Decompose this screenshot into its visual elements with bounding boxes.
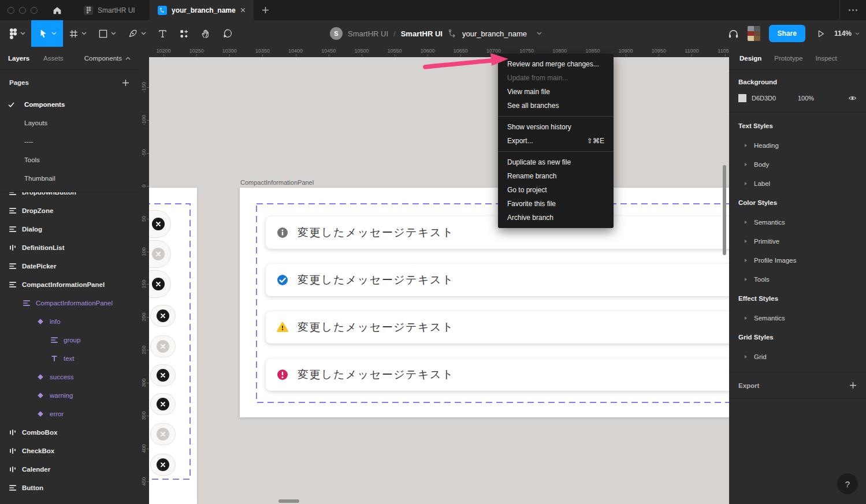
- compact-information-panel-frame[interactable]: 変更したメッセージテキスト 変更したメッセージテキスト 変更したメッセージテキス…: [240, 188, 729, 417]
- tab-design[interactable]: Design: [739, 55, 761, 62]
- home-button[interactable]: [47, 0, 68, 20]
- add-export-button[interactable]: [849, 382, 857, 389]
- window-tab[interactable]: your_branch_name: [150, 0, 254, 20]
- layer-row[interactable]: Dialog: [0, 220, 139, 238]
- menu-item[interactable]: See all branches: [498, 99, 614, 113]
- ruler-label: 450: [141, 477, 147, 486]
- pen-tool-button[interactable]: [122, 20, 152, 47]
- add-page-button[interactable]: [122, 79, 129, 87]
- tab-inspect[interactable]: Inspect: [816, 55, 837, 62]
- frame-tool-button[interactable]: [63, 20, 92, 47]
- page-row[interactable]: Tools: [0, 151, 139, 169]
- window-minimize-button[interactable]: [19, 7, 26, 14]
- breadcrumb-file[interactable]: SmartHR UI: [401, 29, 443, 38]
- style-item[interactable]: Semantics: [729, 308, 866, 327]
- background-color-row[interactable]: D6D3D0 100%: [738, 94, 857, 102]
- comment-tool-button[interactable]: [217, 20, 239, 47]
- menu-item[interactable]: Show version history: [498, 120, 614, 134]
- layer-row[interactable]: DatePicker: [0, 257, 139, 275]
- style-item[interactable]: Grid: [729, 347, 866, 366]
- menu-item[interactable]: Duplicate as new file: [498, 155, 614, 169]
- background-opacity-value[interactable]: 100%: [798, 95, 814, 102]
- close-pill-button[interactable]: [150, 305, 176, 327]
- tab-prototype[interactable]: Prototype: [774, 55, 802, 62]
- close-pill-button[interactable]: [150, 393, 176, 415]
- layer-row[interactable]: text: [0, 349, 139, 368]
- style-item[interactable]: Label: [729, 174, 866, 193]
- menu-item[interactable]: Go to project: [498, 183, 614, 197]
- window-overflow-button[interactable]: [839, 0, 866, 20]
- menu-item[interactable]: Archive branch: [498, 211, 614, 225]
- style-item[interactable]: Primitive: [729, 232, 866, 251]
- window-fullscreen-button[interactable]: [31, 7, 38, 14]
- menu-item[interactable]: Export... ⇧⌘E: [498, 134, 614, 148]
- chevron-up-icon: [125, 57, 131, 60]
- hand-tool-button[interactable]: [195, 20, 217, 47]
- layer-row[interactable]: CompactInformationPanel: [0, 275, 139, 294]
- frame-title[interactable]: CompactInformationPanel: [240, 179, 314, 186]
- breadcrumb-branch[interactable]: your_branch_name: [462, 29, 527, 38]
- tab-assets[interactable]: Assets: [43, 55, 64, 62]
- color-swatch[interactable]: [738, 94, 746, 102]
- layer-row[interactable]: DropZone: [0, 201, 139, 220]
- user-avatar[interactable]: [748, 26, 760, 41]
- close-icon: [157, 428, 169, 440]
- layer-row[interactable]: success: [0, 368, 139, 386]
- close-pill-button[interactable]: [150, 454, 176, 476]
- layer-row[interactable]: group: [0, 331, 139, 349]
- menu-item[interactable]: View main file: [498, 85, 614, 99]
- component-tool-button[interactable]: [173, 20, 195, 47]
- partial-frame[interactable]: [149, 188, 197, 504]
- layer-label: info: [50, 318, 61, 325]
- window-close-button[interactable]: [8, 7, 14, 14]
- canvas[interactable]: CompactInformationPanel 変更したメッセージテキスト 変更…: [139, 47, 729, 504]
- layer-row[interactable]: error: [0, 405, 139, 423]
- style-item[interactable]: Profile Images: [729, 251, 866, 270]
- window-tab[interactable]: SmartHR UI: [76, 0, 150, 20]
- layer-row[interactable]: Calender: [0, 460, 139, 479]
- vertical-scrollbar[interactable]: [723, 165, 726, 255]
- breadcrumb-project[interactable]: SmartHR UI: [348, 29, 388, 38]
- chevron-down-icon[interactable]: [537, 32, 542, 35]
- move-tool-button[interactable]: [31, 20, 63, 47]
- menu-item[interactable]: Favorite this file: [498, 197, 614, 211]
- main-menu-button[interactable]: [3, 20, 31, 47]
- tab-close-button[interactable]: [240, 8, 246, 13]
- style-item[interactable]: Heading: [729, 136, 866, 155]
- menu-separator: [498, 116, 614, 117]
- background-hex-value[interactable]: D6D3D0: [752, 95, 789, 102]
- layer-row[interactable]: DropdownButton: [0, 192, 139, 201]
- style-item[interactable]: Semantics: [729, 212, 866, 232]
- layer-row[interactable]: Button: [0, 479, 139, 497]
- visibility-toggle[interactable]: [848, 94, 857, 102]
- menu-item[interactable]: Review and merge changes...: [498, 57, 614, 71]
- present-button[interactable]: [816, 29, 826, 39]
- layer-row[interactable]: info: [0, 312, 139, 331]
- page-row[interactable]: Thumbnail: [0, 169, 139, 188]
- close-pill-button[interactable]: [150, 423, 176, 445]
- close-pill-button[interactable]: [150, 335, 176, 357]
- style-item[interactable]: Tools: [729, 270, 866, 289]
- page-selector[interactable]: Components: [84, 55, 131, 62]
- shape-tool-button[interactable]: [92, 20, 122, 47]
- new-tab-button[interactable]: [254, 0, 278, 20]
- audio-headphones-button[interactable]: [728, 28, 739, 39]
- layer-row[interactable]: warning: [0, 386, 139, 405]
- layer-row[interactable]: DefinitionList: [0, 238, 139, 257]
- horizontal-scrollbar[interactable]: [278, 499, 299, 503]
- zoom-level-control[interactable]: 114%: [834, 29, 860, 38]
- close-pill-button[interactable]: [150, 364, 176, 386]
- layer-row[interactable]: ComboBox: [0, 423, 139, 442]
- tab-layers[interactable]: Layers: [8, 55, 29, 62]
- menu-item[interactable]: Rename branch: [498, 169, 614, 183]
- share-button[interactable]: Share: [769, 25, 805, 42]
- page-row[interactable]: ----: [0, 132, 139, 151]
- text-tool-button[interactable]: [152, 20, 173, 47]
- help-button[interactable]: ?: [837, 473, 858, 494]
- layer-row[interactable]: CompactInformationPanel: [0, 294, 139, 312]
- page-row[interactable]: Components: [0, 95, 139, 114]
- ruler-label: 11050: [718, 48, 729, 54]
- page-row[interactable]: Layouts: [0, 114, 139, 132]
- layer-row[interactable]: CheckBox: [0, 442, 139, 460]
- style-item[interactable]: Body: [729, 155, 866, 174]
